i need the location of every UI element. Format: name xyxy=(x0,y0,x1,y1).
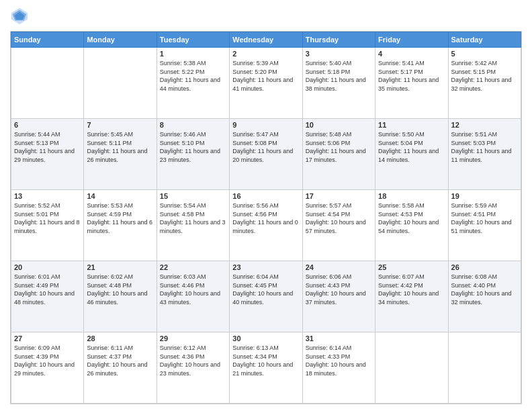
cell-info: Sunrise: 6:02 AM Sunset: 4:48 PM Dayligh… xyxy=(87,273,153,306)
calendar-cell: 28Sunrise: 6:11 AM Sunset: 4:37 PM Dayli… xyxy=(84,332,157,404)
day-number: 31 xyxy=(306,334,372,342)
day-number: 5 xyxy=(451,50,518,58)
day-number: 13 xyxy=(14,192,81,200)
day-number: 2 xyxy=(232,50,299,58)
cell-info: Sunrise: 5:53 AM Sunset: 4:59 PM Dayligh… xyxy=(87,201,153,235)
cell-info: Sunrise: 6:04 AM Sunset: 4:45 PM Dayligh… xyxy=(232,273,299,306)
calendar-cell: 29Sunrise: 6:12 AM Sunset: 4:36 PM Dayli… xyxy=(157,332,229,404)
calendar-cell: 26Sunrise: 6:08 AM Sunset: 4:40 PM Dayli… xyxy=(448,261,521,332)
calendar-cell: 17Sunrise: 5:57 AM Sunset: 4:54 PM Dayli… xyxy=(302,190,375,261)
calendar-cell xyxy=(84,48,157,119)
day-number: 22 xyxy=(160,263,226,271)
weekday-header: Saturday xyxy=(448,32,521,48)
calendar-cell: 25Sunrise: 6:07 AM Sunset: 4:42 PM Dayli… xyxy=(375,261,448,332)
calendar-cell: 27Sunrise: 6:09 AM Sunset: 4:39 PM Dayli… xyxy=(11,332,84,404)
calendar-cell: 15Sunrise: 5:54 AM Sunset: 4:58 PM Dayli… xyxy=(157,190,229,261)
cell-info: Sunrise: 6:03 AM Sunset: 4:46 PM Dayligh… xyxy=(160,273,226,306)
calendar-week-row: 27Sunrise: 6:09 AM Sunset: 4:39 PM Dayli… xyxy=(11,332,521,404)
day-number: 3 xyxy=(306,50,372,58)
cell-info: Sunrise: 6:09 AM Sunset: 4:39 PM Dayligh… xyxy=(14,344,81,377)
day-number: 18 xyxy=(378,192,445,200)
day-number: 30 xyxy=(232,334,299,342)
cell-info: Sunrise: 6:08 AM Sunset: 4:40 PM Dayligh… xyxy=(451,273,518,306)
calendar-cell: 8Sunrise: 5:46 AM Sunset: 5:10 PM Daylig… xyxy=(157,119,229,190)
calendar-week-row: 1Sunrise: 5:38 AM Sunset: 5:22 PM Daylig… xyxy=(11,48,521,119)
cell-info: Sunrise: 6:13 AM Sunset: 4:34 PM Dayligh… xyxy=(232,344,299,377)
cell-info: Sunrise: 5:42 AM Sunset: 5:15 PM Dayligh… xyxy=(451,59,518,93)
day-number: 7 xyxy=(87,121,153,129)
day-number: 21 xyxy=(87,263,153,271)
day-number: 23 xyxy=(232,263,299,271)
day-number: 15 xyxy=(160,192,226,200)
cell-info: Sunrise: 5:40 AM Sunset: 5:18 PM Dayligh… xyxy=(306,59,372,93)
day-number: 1 xyxy=(160,50,226,58)
cell-info: Sunrise: 5:38 AM Sunset: 5:22 PM Dayligh… xyxy=(160,59,226,93)
calendar-header: SundayMondayTuesdayWednesdayThursdayFrid… xyxy=(11,32,521,48)
calendar-cell: 5Sunrise: 5:42 AM Sunset: 5:15 PM Daylig… xyxy=(448,48,521,119)
calendar-cell: 24Sunrise: 6:06 AM Sunset: 4:43 PM Dayli… xyxy=(302,261,375,332)
calendar-cell: 31Sunrise: 6:14 AM Sunset: 4:33 PM Dayli… xyxy=(302,332,375,404)
day-number: 6 xyxy=(14,121,81,129)
calendar-cell: 20Sunrise: 6:01 AM Sunset: 4:49 PM Dayli… xyxy=(11,261,84,332)
calendar-cell: 9Sunrise: 5:47 AM Sunset: 5:08 PM Daylig… xyxy=(230,119,302,190)
day-number: 4 xyxy=(378,50,445,58)
calendar: SundayMondayTuesdayWednesdayThursdayFrid… xyxy=(10,31,522,404)
cell-info: Sunrise: 5:56 AM Sunset: 4:56 PM Dayligh… xyxy=(232,201,299,235)
weekday-header: Sunday xyxy=(11,32,84,48)
calendar-cell: 10Sunrise: 5:48 AM Sunset: 5:06 PM Dayli… xyxy=(302,119,375,190)
calendar-cell: 19Sunrise: 5:59 AM Sunset: 4:51 PM Dayli… xyxy=(448,190,521,261)
cell-info: Sunrise: 5:39 AM Sunset: 5:20 PM Dayligh… xyxy=(232,59,299,93)
day-number: 14 xyxy=(87,192,153,200)
day-number: 29 xyxy=(160,334,226,342)
cell-info: Sunrise: 5:51 AM Sunset: 5:03 PM Dayligh… xyxy=(451,130,518,164)
cell-info: Sunrise: 6:14 AM Sunset: 4:33 PM Dayligh… xyxy=(306,344,372,377)
weekday-header: Thursday xyxy=(302,32,375,48)
day-number: 20 xyxy=(14,263,81,271)
calendar-cell: 7Sunrise: 5:45 AM Sunset: 5:11 PM Daylig… xyxy=(84,119,157,190)
cell-info: Sunrise: 5:59 AM Sunset: 4:51 PM Dayligh… xyxy=(451,201,518,235)
day-number: 28 xyxy=(87,334,153,342)
day-number: 16 xyxy=(232,192,299,200)
day-number: 25 xyxy=(378,263,445,271)
calendar-cell: 16Sunrise: 5:56 AM Sunset: 4:56 PM Dayli… xyxy=(230,190,302,261)
calendar-cell xyxy=(448,332,521,404)
cell-info: Sunrise: 5:41 AM Sunset: 5:17 PM Dayligh… xyxy=(378,59,445,93)
cell-info: Sunrise: 5:47 AM Sunset: 5:08 PM Dayligh… xyxy=(232,130,299,164)
calendar-cell xyxy=(375,332,448,404)
calendar-cell: 3Sunrise: 5:40 AM Sunset: 5:18 PM Daylig… xyxy=(302,48,375,119)
header xyxy=(10,7,522,26)
weekday-header: Monday xyxy=(84,32,157,48)
calendar-cell: 13Sunrise: 5:52 AM Sunset: 5:01 PM Dayli… xyxy=(11,190,84,261)
calendar-week-row: 13Sunrise: 5:52 AM Sunset: 5:01 PM Dayli… xyxy=(11,190,521,261)
calendar-cell: 21Sunrise: 6:02 AM Sunset: 4:48 PM Dayli… xyxy=(84,261,157,332)
day-number: 11 xyxy=(378,121,445,129)
calendar-cell: 22Sunrise: 6:03 AM Sunset: 4:46 PM Dayli… xyxy=(157,261,229,332)
cell-info: Sunrise: 5:57 AM Sunset: 4:54 PM Dayligh… xyxy=(306,201,372,235)
day-number: 26 xyxy=(451,263,518,271)
weekday-row: SundayMondayTuesdayWednesdayThursdayFrid… xyxy=(11,32,521,48)
day-number: 19 xyxy=(451,192,518,200)
cell-info: Sunrise: 6:01 AM Sunset: 4:49 PM Dayligh… xyxy=(14,273,81,306)
calendar-cell: 12Sunrise: 5:51 AM Sunset: 5:03 PM Dayli… xyxy=(448,119,521,190)
calendar-week-row: 20Sunrise: 6:01 AM Sunset: 4:49 PM Dayli… xyxy=(11,261,521,332)
logo-icon xyxy=(10,7,29,26)
cell-info: Sunrise: 6:06 AM Sunset: 4:43 PM Dayligh… xyxy=(306,273,372,306)
day-number: 17 xyxy=(306,192,372,200)
day-number: 24 xyxy=(306,263,372,271)
day-number: 12 xyxy=(451,121,518,129)
calendar-cell: 1Sunrise: 5:38 AM Sunset: 5:22 PM Daylig… xyxy=(157,48,229,119)
calendar-cell: 30Sunrise: 6:13 AM Sunset: 4:34 PM Dayli… xyxy=(230,332,302,404)
day-number: 27 xyxy=(14,334,81,342)
cell-info: Sunrise: 5:46 AM Sunset: 5:10 PM Dayligh… xyxy=(160,130,226,164)
cell-info: Sunrise: 6:11 AM Sunset: 4:37 PM Dayligh… xyxy=(87,344,153,377)
cell-info: Sunrise: 5:50 AM Sunset: 5:04 PM Dayligh… xyxy=(378,130,445,164)
calendar-cell: 11Sunrise: 5:50 AM Sunset: 5:04 PM Dayli… xyxy=(375,119,448,190)
calendar-cell: 23Sunrise: 6:04 AM Sunset: 4:45 PM Dayli… xyxy=(230,261,302,332)
cell-info: Sunrise: 6:12 AM Sunset: 4:36 PM Dayligh… xyxy=(160,344,226,377)
weekday-header: Friday xyxy=(375,32,448,48)
cell-info: Sunrise: 5:54 AM Sunset: 4:58 PM Dayligh… xyxy=(160,201,226,235)
cell-info: Sunrise: 5:48 AM Sunset: 5:06 PM Dayligh… xyxy=(306,130,372,164)
weekday-header: Tuesday xyxy=(157,32,229,48)
weekday-header: Wednesday xyxy=(230,32,302,48)
calendar-body: 1Sunrise: 5:38 AM Sunset: 5:22 PM Daylig… xyxy=(11,48,521,404)
